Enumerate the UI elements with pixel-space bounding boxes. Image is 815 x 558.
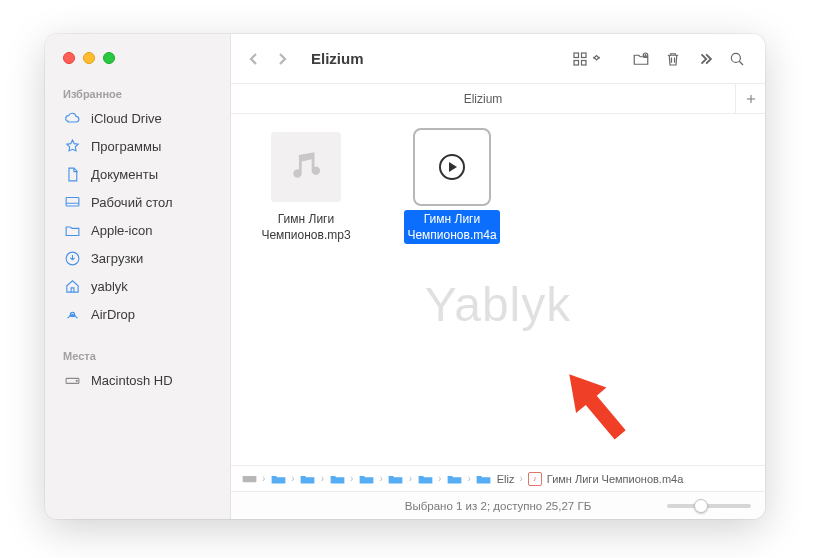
folder-icon [270,472,286,486]
sidebar-item-icloud[interactable]: iCloud Drive [45,104,230,132]
folder-icon [476,472,492,486]
svg-point-4 [76,380,77,381]
harddrive-icon [241,472,257,486]
applications-icon [63,137,81,155]
main-area: Elizium Elizium [231,34,765,519]
search-button[interactable] [723,45,751,73]
minimize-window-button[interactable] [83,52,95,64]
file-label-selected: Гимн ЛигиЧемпионов.m4a [404,210,499,244]
sidebar-item-label: Macintosh HD [91,373,173,388]
zoom-window-button[interactable] [103,52,115,64]
chevron-right-icon: › [321,473,324,484]
sidebar-item-appleicon[interactable]: Apple-icon [45,216,230,244]
sidebar-item-label: iCloud Drive [91,111,162,126]
music-note-icon [289,148,323,186]
sidebar-item-label: Программы [91,139,161,154]
chevron-right-icon: › [438,473,441,484]
toolbar: Elizium [231,34,765,84]
window-controls [45,48,230,82]
document-icon [63,165,81,183]
chevron-right-icon: › [262,473,265,484]
folder-icon [417,472,433,486]
trash-button[interactable] [659,45,687,73]
path-folder-name: Eliz [497,473,515,485]
folder-icon [388,472,404,486]
finder-window: Избранное iCloud Drive Программы Докумен… [45,34,765,519]
folder-icon [329,472,345,486]
sidebar-item-label: Загрузки [91,251,143,266]
sidebar-item-label: yablyk [91,279,128,294]
chevron-right-icon: › [519,473,522,484]
new-folder-button[interactable] [627,45,655,73]
icon-size-slider[interactable] [667,504,751,508]
sidebar-item-label: AirDrop [91,307,135,322]
svg-point-10 [731,53,740,62]
forward-button[interactable] [269,46,295,72]
home-icon [63,277,81,295]
chevron-right-icon: › [467,473,470,484]
audio-file-icon: ♪ [528,472,542,486]
status-text: Выбрано 1 из 2; доступно 25,27 ГБ [405,500,591,512]
svg-rect-8 [582,60,587,65]
file-grid: Гимн ЛигиЧемпионов.mp3 Гимн ЛигиЧемпионо… [231,114,765,465]
status-bar: Выбрано 1 из 2; доступно 25,27 ГБ [231,491,765,519]
path-file-name: Гимн Лиги Чемпионов.m4a [547,473,683,485]
file-thumb-selected [417,132,487,202]
folder-icon [63,221,81,239]
sidebar-item-yablyk[interactable]: yablyk [45,272,230,300]
sidebar-item-label: Apple-icon [91,223,152,238]
new-tab-button[interactable] [735,84,765,114]
desktop-icon [63,193,81,211]
tab-bar: Elizium [231,84,765,114]
sidebar-item-desktop[interactable]: Рабочий стол [45,188,230,216]
downloads-icon [63,249,81,267]
svg-rect-7 [574,60,579,65]
play-icon [439,154,465,180]
path-bar[interactable]: › › › › › › › › Eliz › ♪ Гимн Лиги Чемпи… [231,465,765,491]
sidebar-item-documents[interactable]: Документы [45,160,230,188]
file-item-m4a-selected[interactable]: Гимн ЛигиЧемпионов.m4a [393,132,511,244]
svg-rect-0 [66,197,79,206]
tab-elizium[interactable]: Elizium [231,92,735,106]
sidebar-item-label: Рабочий стол [91,195,173,210]
sidebar-item-airdrop[interactable]: AirDrop [45,300,230,328]
chevron-right-icon: › [350,473,353,484]
back-button[interactable] [241,46,267,72]
file-label: Гимн ЛигиЧемпионов.mp3 [258,210,353,244]
close-window-button[interactable] [63,52,75,64]
view-mode-button[interactable] [567,45,605,73]
sidebar-item-apps[interactable]: Программы [45,132,230,160]
window-title: Elizium [311,50,364,67]
svg-rect-5 [574,53,579,58]
folder-icon [300,472,316,486]
cloud-icon [63,109,81,127]
chevron-right-icon: › [379,473,382,484]
file-item-mp3[interactable]: Гимн ЛигиЧемпионов.mp3 [247,132,365,244]
folder-icon [446,472,462,486]
sidebar-item-label: Документы [91,167,158,182]
sidebar-item-downloads[interactable]: Загрузки [45,244,230,272]
sidebar-section-favorites: Избранное [45,82,230,104]
sidebar-item-macintosh[interactable]: Macintosh HD [45,366,230,394]
file-thumb [271,132,341,202]
svg-rect-12 [242,475,256,481]
harddrive-icon [63,371,81,389]
svg-rect-6 [582,53,587,58]
more-button[interactable] [691,45,719,73]
chevron-right-icon: › [409,473,412,484]
airdrop-icon [63,305,81,323]
svg-marker-11 [554,361,635,447]
watermark: Yablyk [425,276,572,331]
sidebar-section-places: Места [45,344,230,366]
sidebar: Избранное iCloud Drive Программы Докумен… [45,34,231,519]
folder-icon [358,472,374,486]
annotation-arrow [531,341,660,471]
chevron-right-icon: › [291,473,294,484]
slider-knob[interactable] [694,499,708,513]
